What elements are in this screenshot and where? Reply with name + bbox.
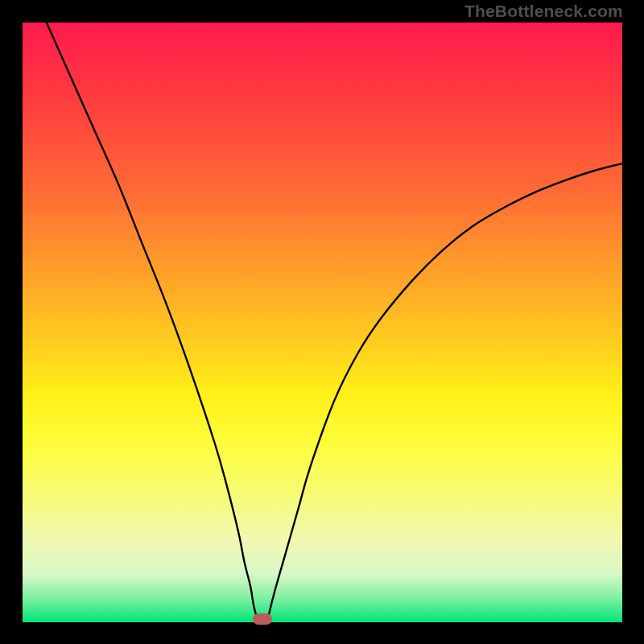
bottleneck-curve-right: [268, 163, 622, 616]
chart-frame: TheBottleneck.com: [0, 0, 644, 644]
curve-layer: [23, 23, 622, 622]
plot-area: [23, 23, 622, 622]
watermark-text: TheBottleneck.com: [464, 2, 623, 21]
minimum-marker: [253, 613, 272, 625]
bottleneck-curve-left: [47, 23, 257, 617]
